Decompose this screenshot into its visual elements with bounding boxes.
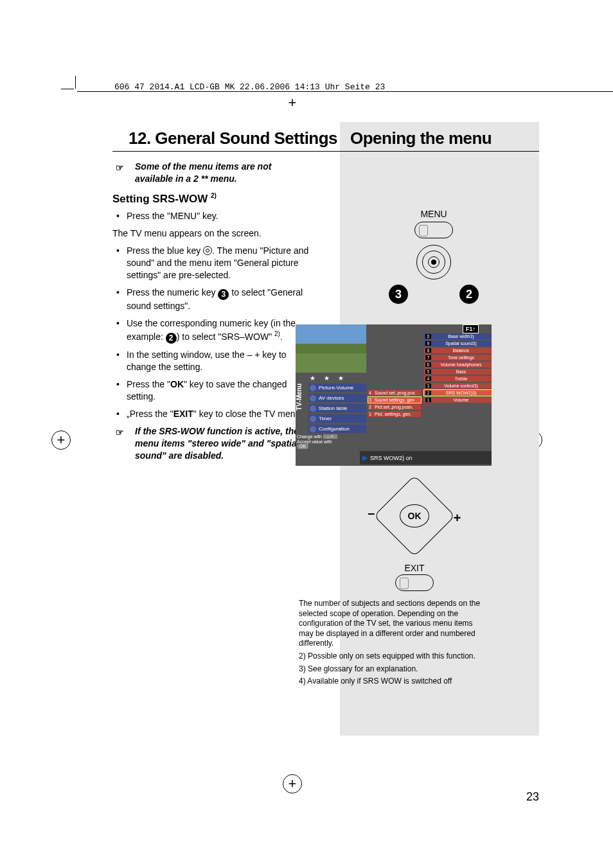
instruction-step: Press the "OK" key to save the changed s… xyxy=(124,378,312,403)
body-text: ☞ Some of the menu items are not availab… xyxy=(112,161,312,468)
osd-mid-item: 2Pict.set.,prog.posn. xyxy=(368,404,421,410)
sidebar-title: Opening the menu xyxy=(350,128,492,148)
osd-menu-label: TV-Menu xyxy=(296,384,303,411)
osd-right-item: 1Volume xyxy=(424,397,492,403)
osd-left-item: Picture-Volume xyxy=(308,384,366,392)
footnote-text: 3) See glossary for an explanation. xyxy=(299,664,485,675)
title-rule xyxy=(112,151,539,152)
osd-preview-image xyxy=(296,324,366,373)
exit-button-icon xyxy=(395,574,434,591)
section-title: 12. General Sound Settings xyxy=(129,128,337,148)
page-content: 12. General Sound Settings Opening the m… xyxy=(74,109,539,804)
osd-subtext: ▶SRS WOW2) on xyxy=(360,451,492,465)
osd-right-item: 0Base width3) xyxy=(424,333,492,339)
numeric-key-2-icon: 2 xyxy=(459,285,479,304)
pointing-hand-icon: ☞ xyxy=(116,427,124,439)
footnote-text: 2) Possible only on sets equipped with t… xyxy=(299,651,485,662)
osd-right-item: 6Volume headphones xyxy=(424,362,492,368)
osd-right-item: 2SRS WOW2)3) xyxy=(424,390,492,396)
osd-left-item: Station table xyxy=(308,404,366,412)
play-triangle-icon: ▶ xyxy=(362,454,368,461)
remote-ok-diagram: + – OK EXIT xyxy=(363,475,466,598)
osd-mid-item: 1Pict. settings, gen. xyxy=(368,411,421,417)
footnote-text: 4) Available only if SRS WOW is switched… xyxy=(299,677,485,687)
osd-stars: ★ ★ ★ xyxy=(310,375,347,382)
instruction-step: In the setting window, use the – + key t… xyxy=(124,349,312,373)
osd-hint: Change with – + Accept value with OK xyxy=(297,434,337,449)
header-rule xyxy=(77,91,613,92)
paragraph: The TV menu appears on the screen. xyxy=(112,227,312,240)
plus-icon: + xyxy=(454,511,461,526)
minus-icon: – xyxy=(368,506,375,520)
exit-key-label: EXIT xyxy=(363,563,466,573)
instruction-step: Press the blue key . The menu "Picture a… xyxy=(124,245,312,281)
footnote-text: The number of subjects and sections depe… xyxy=(299,599,485,649)
instruction-step: Use the corresponding numeric key (in th… xyxy=(124,317,312,344)
osd-mid-item: 3Sound settings, gen xyxy=(368,397,421,403)
remote-menu-diagram: MENU 3 2 xyxy=(369,209,498,304)
osd-left-item: Timer xyxy=(308,414,366,423)
instruction-step: Press the numeric key 3 to select "Gener… xyxy=(124,287,312,312)
crop-mark xyxy=(61,89,74,89)
page-number: 23 xyxy=(526,790,539,804)
osd-f1-badge: F1↑ xyxy=(463,324,479,333)
pointing-hand-icon: ☞ xyxy=(116,162,124,174)
crop-mark xyxy=(75,76,76,89)
note-text: ☞ Some of the menu items are not availab… xyxy=(135,161,312,185)
numeric-key-2-icon: 2 xyxy=(166,333,177,344)
direction-pad-icon: + – OK xyxy=(373,475,455,556)
numeric-key-3-icon: 3 xyxy=(389,285,408,304)
menu-key-label: MENU xyxy=(369,209,498,219)
osd-left-list: Picture-VolumeAV devicesStation tableTim… xyxy=(308,384,366,435)
osd-left-item: Configuration xyxy=(308,425,366,433)
osd-right-item: 7Tone settings xyxy=(424,355,492,360)
osd-right-item: 8Balance xyxy=(424,348,492,353)
osd-left-item: AV devices xyxy=(308,394,366,402)
menu-button-icon xyxy=(414,222,453,238)
print-header: 606 47 2014.A1 LCD-GB MK 22.06.2006 14:1… xyxy=(114,82,385,92)
osd-right-item: 5Bass xyxy=(424,369,492,375)
footnotes: The number of subjects and sections depe… xyxy=(299,599,485,689)
osd-screenshot: ★ ★ ★ TV-Menu F1↑ Picture-VolumeAV devic… xyxy=(296,324,492,466)
osd-right-item: 9Spatial sound3) xyxy=(424,341,492,346)
numeric-key-3-icon: 3 xyxy=(218,289,229,300)
osd-mid-list: 4Sound set.,prog.pos3Sound settings, gen… xyxy=(368,390,421,418)
blue-key-icon xyxy=(416,245,451,279)
blue-key-icon xyxy=(203,246,212,255)
instruction-step: „Press the "EXIT" key to close the TV me… xyxy=(124,408,312,420)
note-text: ☞ If the SRS-WOW function is active, the… xyxy=(135,425,312,462)
osd-right-list: 0Base width3)9Spatial sound3)8Balance7To… xyxy=(424,333,492,404)
subheading: Setting SRS-WOW 2) xyxy=(112,191,312,207)
ok-button-icon: OK xyxy=(400,504,429,527)
osd-right-item: 3Volume control3) xyxy=(424,383,492,389)
osd-right-item: 4Treble xyxy=(424,376,492,382)
osd-mid-item: 4Sound set.,prog.pos xyxy=(368,390,421,396)
instruction-step: Press the "MENU" key. xyxy=(124,210,312,222)
registration-mark xyxy=(51,430,71,450)
